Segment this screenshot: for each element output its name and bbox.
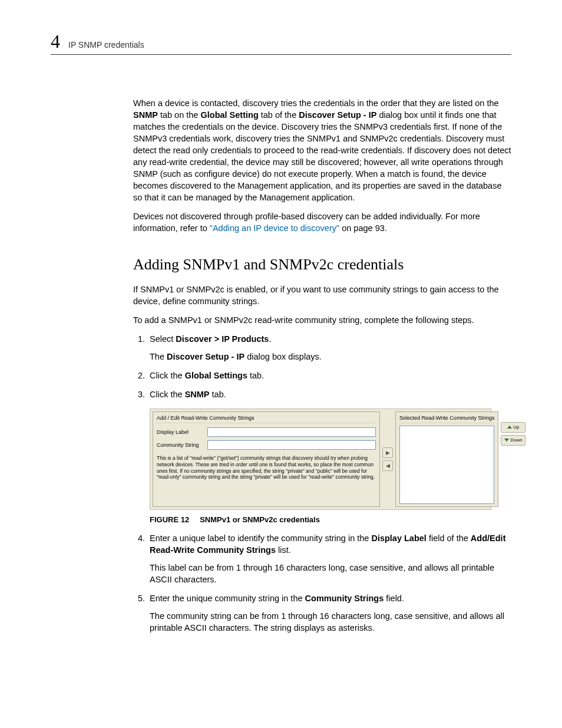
text: tab on the: [158, 110, 201, 120]
helper-text: This is a list of "read-write" ("get/set…: [157, 455, 376, 480]
move-down-button[interactable]: Down: [501, 435, 525, 446]
text: Click the: [150, 371, 185, 380]
step-4: Enter a unique label to identify the com…: [147, 532, 511, 585]
section-heading: Adding SNMPv1 and SNMPv2c credentials: [133, 254, 511, 275]
running-title: IP SNMP credentials: [68, 40, 144, 50]
step-5: Enter the unique community string in the…: [147, 592, 511, 634]
text: field of the: [427, 533, 471, 543]
figure-caption: FIGURE 12SNMPv1 or SNMPv2c credentials: [150, 515, 511, 525]
step-2: Click the Global Settings tab.: [147, 370, 511, 381]
step-1-sub: The Discover Setup - IP dialog box displ…: [150, 351, 511, 363]
text: tab of the: [259, 110, 299, 120]
chevron-left-icon: ◀: [386, 462, 390, 469]
chapter-number: 4: [51, 32, 60, 51]
paragraph-1: When a device is contacted, discovery tr…: [133, 97, 511, 203]
triangle-up-icon: [507, 426, 512, 429]
bold-discover-ip-products: Discover > IP Products: [176, 334, 269, 344]
figure-12: Add / Edit Read-Write Community Strings …: [150, 409, 511, 525]
chevron-right-icon: ▶: [386, 449, 390, 456]
text: When a device is contacted, discovery tr…: [133, 98, 499, 108]
text: field.: [384, 594, 404, 603]
up-label: Up: [513, 424, 519, 430]
add-button[interactable]: ▶: [382, 447, 393, 458]
bold-display-label: Display Label: [371, 533, 426, 543]
ordering-buttons: Up Down: [501, 411, 525, 507]
remove-button[interactable]: ◀: [382, 460, 393, 471]
page-header: 4 IP SNMP credentials: [51, 32, 511, 55]
display-label-text: Display Label: [157, 429, 203, 436]
text: Select: [150, 334, 176, 344]
transfer-buttons: ▶ ◀: [380, 411, 395, 507]
cross-reference-link[interactable]: "Adding an IP device to discovery": [210, 223, 339, 233]
down-label: Down: [510, 437, 522, 443]
text: tab.: [210, 390, 226, 399]
selected-listbox[interactable]: [399, 426, 494, 504]
text: on page 93.: [339, 223, 387, 233]
figure-title: SNMPv1 or SNMPv2c credentials: [200, 515, 320, 524]
bold-snmp-tab: SNMP: [185, 390, 210, 399]
text: The: [150, 352, 167, 361]
community-string-text: Community String: [157, 442, 203, 449]
text: .: [269, 334, 271, 344]
bold-discover-setup-ip-2: Discover Setup - IP: [167, 352, 244, 361]
triangle-down-icon: [504, 439, 509, 442]
text: dialog box displays.: [244, 352, 322, 361]
add-edit-panel: Add / Edit Read-Write Community Strings …: [153, 411, 380, 507]
step-5-sub: The community string can be from 1 throu…: [150, 610, 511, 634]
text: Enter the unique community string in the: [150, 594, 305, 603]
step-1: Select Discover > IP Products. The Disco…: [147, 333, 511, 363]
bold-community-strings: Community Strings: [305, 594, 384, 603]
text: list.: [276, 545, 291, 555]
community-string-input[interactable]: [207, 440, 376, 450]
text: Enter a unique label to identify the com…: [150, 533, 371, 543]
paragraph-3: If SNMPv1 or SNMPv2c is enabled, or if y…: [133, 284, 511, 307]
move-up-button[interactable]: Up: [501, 422, 525, 433]
bold-discover-setup-ip: Discover Setup - IP: [299, 110, 376, 120]
display-label-input[interactable]: [207, 427, 376, 437]
bold-global-settings: Global Settings: [185, 371, 247, 380]
step-4-sub: This label can be from 1 through 16 char…: [150, 562, 511, 585]
bold-snmp: SNMP: [133, 110, 158, 120]
selected-panel-title: Selected Read-Write Community Strings: [399, 414, 494, 423]
paragraph-4: To add a SNMPv1 or SNMPv2c read-write co…: [133, 314, 511, 326]
snmp-dialog: Add / Edit Read-Write Community Strings …: [150, 409, 491, 510]
text: tab.: [247, 371, 264, 380]
figure-label: FIGURE 12: [150, 515, 189, 524]
text: dialog box until it finds one that match…: [133, 110, 511, 202]
bold-global-setting: Global Setting: [200, 110, 258, 120]
selected-panel: Selected Read-Write Community Strings: [395, 411, 498, 507]
add-edit-panel-title: Add / Edit Read-Write Community Strings: [157, 414, 376, 423]
text: Click the: [150, 390, 185, 399]
step-3: Click the SNMP tab. Add / Edit Read-Writ…: [147, 388, 511, 525]
steps-list: Select Discover > IP Products. The Disco…: [133, 333, 511, 634]
paragraph-2: Devices not discovered through profile-b…: [133, 210, 511, 234]
